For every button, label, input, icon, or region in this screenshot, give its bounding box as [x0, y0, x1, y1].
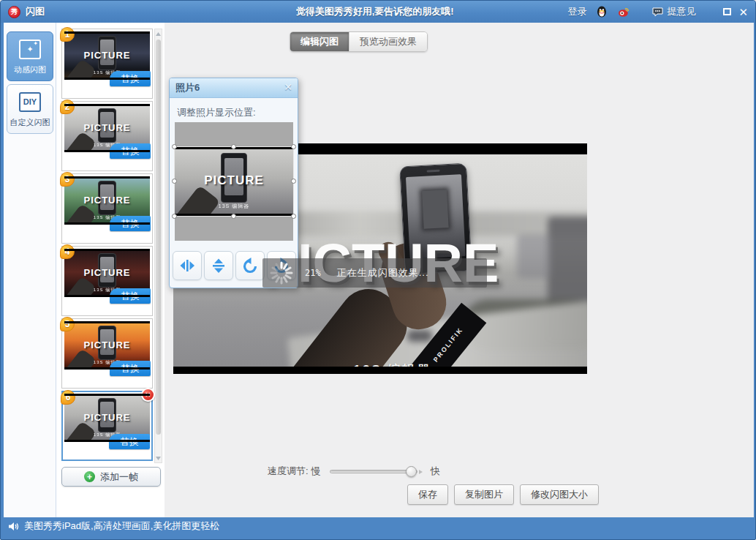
frame-card-3[interactable]: 3 PICTURE 13S 编辑器 替换	[61, 173, 153, 244]
scrollbar-thumb[interactable]	[156, 40, 161, 435]
speed-slow-label: 慢	[311, 465, 321, 478]
frames-panel: 1 PICTURE 13S 编辑器 替换 2 PICTURE 13S 编辑器 替…	[57, 23, 165, 517]
sidebar-item-label: 动感闪图	[14, 64, 46, 75]
frame-number-badge: 3	[60, 172, 75, 187]
weibo-icon[interactable]	[617, 5, 630, 18]
frame-number-badge: 4	[60, 244, 75, 259]
statusbar: 美图秀秀iPad版,高清处理画面,美化拼图更轻松	[1, 516, 755, 539]
flip-horizontal-icon	[178, 257, 196, 274]
app-logo-glyph: 秀	[11, 7, 18, 17]
loading-spinner-icon	[268, 260, 295, 289]
tab-bar: 编辑闪图 预览动画效果	[290, 31, 428, 52]
flip-vertical-button[interactable]	[204, 251, 233, 280]
app-window: 秀 闪图 觉得美图秀秀好用,要告诉您的朋友哦! 登录	[0, 0, 756, 540]
progress-overlay: 21% 正在生成闪图效果...	[262, 258, 487, 288]
resize-handle[interactable]	[291, 214, 296, 219]
save-button[interactable]: 保存	[407, 484, 448, 505]
speed-fast-label: 快	[431, 465, 440, 478]
frame-number-badge: 2	[60, 100, 75, 114]
action-buttons: 保存 复制图片 修改闪图大小	[407, 484, 599, 505]
copy-image-button[interactable]: 复制图片	[454, 484, 514, 505]
dialog-instruction: 调整照片显示位置:	[177, 106, 256, 119]
login-link[interactable]: 登录	[567, 5, 586, 18]
close-button[interactable]: ✕	[738, 7, 748, 18]
maximize-button[interactable]	[723, 5, 731, 18]
diy-icon: DIY	[19, 92, 41, 112]
sparkle-photo-icon: ✦	[19, 40, 41, 59]
slider-end-arrow	[419, 470, 423, 474]
flip-horizontal-button[interactable]	[173, 251, 202, 280]
caption-text: 13S 编辑器	[353, 361, 431, 367]
frame-number-badge: 1	[60, 27, 75, 42]
resize-handle[interactable]	[231, 214, 236, 219]
photo-adjust-dialog: 照片6 ✕ 调整照片显示位置: PICTURE 13S 编辑器	[169, 78, 298, 288]
sidebar-item-dynamic-flash[interactable]: ✦ 动感闪图	[7, 31, 53, 81]
scroll-up-icon[interactable]	[155, 29, 162, 38]
plus-icon: +	[84, 471, 95, 482]
titlebar: 秀 闪图 觉得美图秀秀好用,要告诉您的朋友哦! 登录	[1, 1, 755, 23]
dialog-title: 照片6	[175, 81, 200, 94]
feedback-link[interactable]: 提意见	[652, 5, 695, 18]
speed-label: 速度调节:	[268, 465, 309, 478]
qq-icon[interactable]	[595, 5, 608, 18]
resize-handle[interactable]	[291, 179, 296, 184]
frame-card-2[interactable]: 2 PICTURE 13S 编辑器 替换	[61, 101, 153, 171]
speed-control: 速度调节: 慢 快	[268, 465, 440, 478]
frame-card-5[interactable]: 5 PICTURE 13S 编辑器 替换	[61, 318, 153, 389]
progress-message: 正在生成闪图效果...	[337, 266, 429, 280]
frames-scrollbar[interactable]	[154, 29, 162, 463]
frame-number-badge: 5	[60, 317, 75, 331]
sidebar: ✦ 动感闪图 DIY 自定义闪图	[4, 23, 56, 517]
resize-handle[interactable]	[172, 144, 177, 149]
tab-preview-animation[interactable]: 预览动画效果	[349, 32, 427, 51]
scroll-down-icon[interactable]	[155, 454, 162, 462]
maximize-icon	[723, 8, 731, 15]
resize-handle[interactable]	[172, 179, 177, 184]
frame-card-1[interactable]: 1 PICTURE 13S 编辑器 替换	[61, 29, 153, 99]
photo-strip[interactable]: PICTURE 13S 编辑器	[175, 147, 293, 216]
flip-vertical-icon	[210, 257, 227, 274]
statusbar-text: 美图秀秀iPad版,高清处理画面,美化拼图更轻松	[24, 520, 219, 533]
tab-edit-flash[interactable]: 编辑闪图	[290, 32, 349, 51]
progress-percent: 21%	[305, 268, 321, 278]
speed-slider-track[interactable]	[330, 470, 417, 473]
add-frame-button[interactable]: + 添加一帧	[61, 467, 161, 487]
resize-flash-button[interactable]: 修改闪图大小	[520, 484, 599, 505]
sidebar-item-custom-flash[interactable]: DIY 自定义闪图	[7, 84, 53, 134]
speed-slider-handle[interactable]	[406, 466, 417, 477]
app-logo-icon: 秀	[8, 6, 20, 18]
resize-handle[interactable]	[172, 214, 177, 219]
resize-handle[interactable]	[231, 144, 236, 149]
sidebar-item-label: 自定义闪图	[10, 117, 50, 128]
speech-bubble-icon	[652, 7, 663, 17]
window-body: ✦ 动感闪图 DIY 自定义闪图 1 PICTURE 13S 编辑器 替换 2	[4, 23, 754, 517]
frame-number-badge: 6	[61, 390, 75, 405]
position-preview-box: PICTURE 13S 编辑器	[175, 122, 293, 241]
dialog-titlebar[interactable]: 照片6 ✕	[170, 78, 298, 98]
window-title: 闪图	[26, 5, 45, 18]
editor-main: 编辑闪图 预览动画效果 PROLIFIK PICTURE	[165, 23, 754, 517]
speaker-icon	[8, 522, 19, 531]
rotate-left-button[interactable]	[235, 251, 265, 280]
promo-message: 觉得美图秀秀好用,要告诉您的朋友哦!	[296, 1, 454, 23]
rotate-left-icon	[241, 257, 259, 274]
dialog-close-icon[interactable]: ✕	[284, 81, 292, 93]
frame-card-4[interactable]: 4 PICTURE 13S 编辑器 替换	[61, 246, 153, 316]
add-frame-label: 添加一帧	[100, 470, 138, 484]
frame-card-6-selected[interactable]: 6 ✕ PICTURE 13S 编辑器 替换	[61, 391, 153, 461]
resize-handle[interactable]	[291, 144, 296, 149]
feedback-label: 提意见	[667, 5, 695, 18]
